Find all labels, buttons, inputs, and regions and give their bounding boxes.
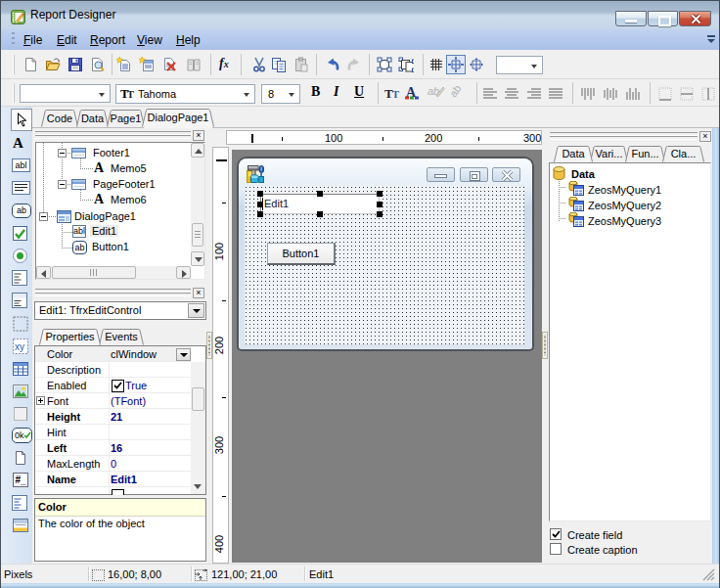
svg-text:xy: xy [15,341,24,352]
